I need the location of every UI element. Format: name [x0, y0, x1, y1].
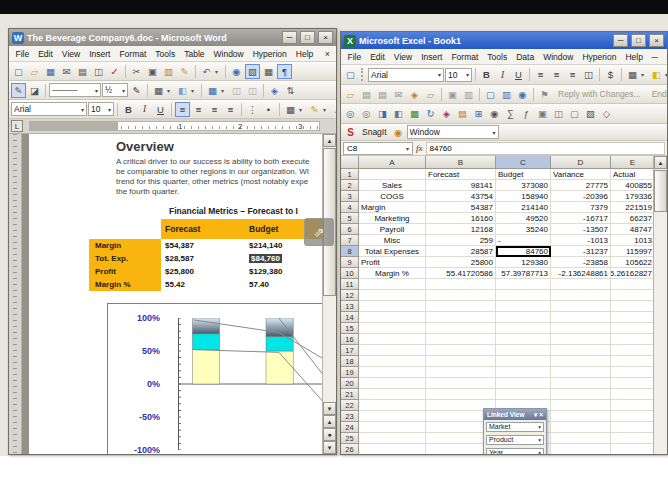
row-header-20[interactable]: 20 [341, 378, 359, 389]
format-painter-icon[interactable]: ✎ [177, 64, 192, 79]
align-left-button[interactable]: ≡ [533, 67, 548, 82]
line-weight-combo[interactable]: ½▾ [102, 83, 128, 97]
open-icon[interactable]: ▱ [27, 64, 42, 79]
align-right-button[interactable]: ≡ [565, 67, 580, 82]
merge-center-button[interactable]: ◫ [581, 67, 596, 82]
border-dropdown[interactable]: ▦ [283, 102, 298, 117]
linked-view-market-dropdown[interactable]: Market▾ [486, 422, 544, 432]
word-menu-insert[interactable]: Insert [85, 49, 115, 59]
column-header-c[interactable]: C [496, 156, 551, 169]
zoom-out-icon[interactable]: ◎ [359, 106, 374, 121]
cell-A1[interactable] [359, 169, 426, 180]
spelling-icon[interactable]: ✓ [107, 64, 122, 79]
dropdown-arrow-icon[interactable]: ▾ [122, 87, 125, 94]
cell-D13[interactable] [551, 301, 611, 312]
snagit-capture-target-combo[interactable]: Window▾ [407, 125, 499, 139]
cell-C13[interactable] [496, 301, 551, 312]
restore-button[interactable]: □ [631, 34, 646, 47]
cell-A20[interactable] [359, 378, 426, 389]
cell-E6[interactable]: 48747 [611, 224, 653, 235]
underline-button[interactable]: U [511, 67, 526, 82]
cell-A3[interactable]: COGS [359, 191, 426, 202]
excel-menu-insert[interactable]: Insert [417, 52, 447, 62]
cell-C15[interactable] [496, 323, 551, 334]
calculate-icon[interactable]: ∑ [503, 106, 518, 121]
excel-menu-file[interactable]: File [343, 52, 366, 62]
select-all-corner[interactable] [341, 156, 359, 169]
cell-C20[interactable] [496, 378, 551, 389]
cell-A22[interactable] [359, 400, 426, 411]
function-icon[interactable]: ƒ [519, 106, 534, 121]
tab-selector[interactable]: L [11, 120, 23, 132]
excel-menu-hyperion[interactable]: Hyperion [578, 52, 621, 62]
cell-D4[interactable]: 7379 [551, 202, 611, 213]
save-icon[interactable]: ▦ [43, 64, 58, 79]
cell-A16[interactable] [359, 334, 426, 345]
copy-icon[interactable]: ▣ [445, 87, 460, 102]
font-name-combo[interactable]: Arial▾ [368, 68, 444, 82]
dropdown-arrow-icon[interactable]: ▾ [493, 129, 496, 136]
cell-E12[interactable] [611, 290, 653, 301]
paste-icon[interactable]: ▥ [161, 64, 176, 79]
row-header-2[interactable]: 2 [341, 180, 359, 191]
word-menu-tools[interactable]: Tools [151, 49, 180, 59]
cell-B11[interactable] [426, 279, 496, 290]
column-header-b[interactable]: B [426, 156, 496, 169]
font-color-dropdown[interactable]: A [331, 102, 336, 117]
cell-D7[interactable]: -1013 [551, 235, 611, 246]
cell-E3[interactable]: 179336 [611, 191, 653, 202]
align-center-button[interactable]: ≡ [549, 67, 564, 82]
snagit-capture-icon[interactable]: ◉ [391, 125, 406, 140]
table-autoformat-icon[interactable]: ◈ [267, 83, 282, 98]
word-menu-hyperion[interactable]: Hyperion [248, 49, 291, 59]
cell-C17[interactable] [496, 345, 551, 356]
cell-E1[interactable]: Actual [611, 169, 653, 180]
bullets-button[interactable]: • [261, 102, 276, 117]
save-icon[interactable]: ▤ [359, 87, 374, 102]
row-header-7[interactable]: 7 [341, 235, 359, 246]
cell-E14[interactable] [611, 312, 653, 323]
cell-C3[interactable]: 158940 [496, 191, 551, 202]
dropdown-arrow-icon[interactable]: ▾ [641, 71, 648, 78]
row-header-21[interactable]: 21 [341, 389, 359, 400]
minimize-button[interactable]: ─ [282, 31, 297, 44]
cell-E20[interactable] [611, 378, 653, 389]
row-header-14[interactable]: 14 [341, 312, 359, 323]
workbook-icon[interactable]: ▢ [567, 106, 582, 121]
dropdown-arrow-icon[interactable]: ▾ [538, 424, 541, 430]
sort-ascending-icon[interactable]: ⇅ [283, 83, 298, 98]
cell-B1[interactable]: Forecast [426, 169, 496, 180]
cell-D26[interactable] [551, 444, 611, 454]
cell-E17[interactable] [611, 345, 653, 356]
cell-A15[interactable] [359, 323, 426, 334]
new-document-icon[interactable]: ▢ [11, 64, 26, 79]
close-button[interactable]: × [318, 31, 333, 44]
word-title-bar[interactable]: W The Beverage Company6.doc - Microsoft … [9, 29, 336, 46]
cell-B5[interactable]: 16160 [426, 213, 496, 224]
outside-border-dropdown[interactable]: ▦ [151, 83, 166, 98]
highlight-dropdown[interactable]: ✎ [307, 102, 322, 117]
merge-cells-icon[interactable]: ◫ [229, 83, 244, 98]
row-header-5[interactable]: 5 [341, 213, 359, 224]
dropdown-arrow-icon[interactable]: ▾ [323, 106, 330, 113]
paste-icon[interactable]: ▥ [461, 87, 476, 102]
cell-C8[interactable]: 84760 [496, 246, 551, 257]
row-header-17[interactable]: 17 [341, 345, 359, 356]
linked-view-product-dropdown[interactable]: Product▾ [486, 435, 544, 445]
word-vertical-scrollbar[interactable]: ▴ ▾ ▴ ● ▾ [322, 134, 336, 454]
row-header-24[interactable]: 24 [341, 422, 359, 433]
member-selection-icon[interactable]: ▦ [407, 106, 422, 121]
cell-E19[interactable] [611, 367, 653, 378]
excel-vertical-scrollbar[interactable]: ▴ [653, 156, 667, 454]
cell-C10[interactable]: 57.39787713 [496, 268, 551, 279]
shading-color-dropdown[interactable]: ◧ [175, 83, 190, 98]
dropdown-arrow-icon[interactable]: ▾ [191, 87, 198, 94]
cell-E16[interactable] [611, 334, 653, 345]
cell-C18[interactable] [496, 356, 551, 367]
cell-B19[interactable] [426, 367, 496, 378]
italic-button[interactable]: I [495, 67, 510, 82]
dropdown-arrow-icon[interactable]: ▾ [299, 106, 306, 113]
font-size-combo[interactable]: 10▾ [445, 68, 472, 82]
cell-E23[interactable] [611, 411, 653, 422]
row-header-22[interactable]: 22 [341, 400, 359, 411]
